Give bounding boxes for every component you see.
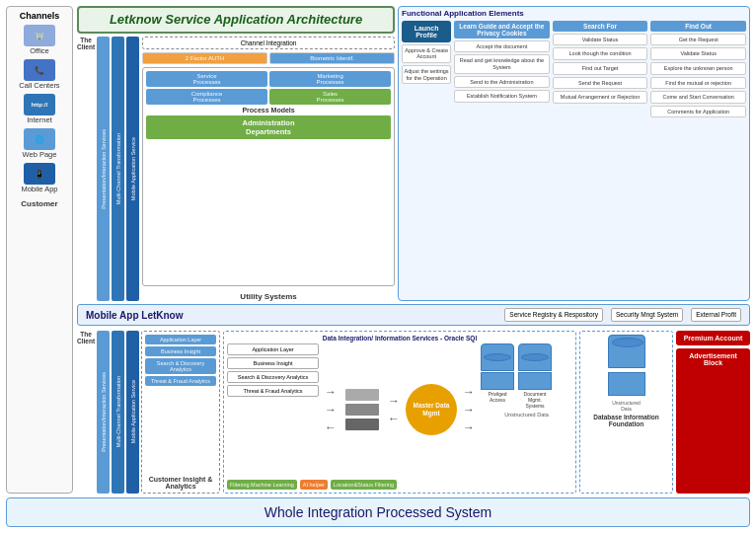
internet-label: Internet [27,115,51,124]
arrow2: → [325,403,337,417]
approve-item: Approve & Create Account [402,44,451,63]
bar-multichannel: Multi-Channel Transformation [112,37,124,302]
channels-column: Channels 🏢 Office 📞 Call Centers http://… [6,6,73,494]
functional-title: Functional Application Elements [402,10,746,19]
validate-status2: Validate Status [650,47,746,60]
call-centers-label: Call Centers [19,81,59,90]
di-app-layer: Application Layer [227,343,319,355]
bar-presentation-bot: Presentation/Interaction Services [97,331,110,494]
db-cylinders-row: PrivilgedAccess DocumentMgmt.Systems [481,343,572,409]
stack1 [345,389,379,401]
db-foundation-box: UnstructuredData Database Information Fo… [579,331,673,494]
auth-bio-row: 2 Factor AUTH Biometric Identif. [142,52,395,64]
arrow8: → [463,420,475,434]
channels-title: Channels [20,11,60,21]
find-out-header: Find Out [650,21,746,32]
bar-multichannel-label: Multi-Channel Transformation [115,133,121,204]
master-data-wrapper: Master Data Mgmt [406,343,457,476]
premium-col: Premium Account Advertisement Block [676,331,750,494]
processes-grid: ServiceProcesses MarketingProcesses Comp… [146,71,391,105]
arch-left: Letknow Service Application Architecture… [77,6,395,301]
title-box: Letknow Service Application Architecture [77,6,395,34]
customer-label: Customer [21,199,57,208]
channel-internet: http:// Internet [9,94,70,124]
admin-dept-box: Administration Departments [146,115,391,139]
ci-bars-wrapper: TheClient Presentation/Interaction Servi… [77,331,220,494]
arch-top: Letknow Service Application Architecture… [77,6,750,301]
channel-mobile-app: 📱 Mobile App [9,163,70,193]
priv-access-body [481,372,514,390]
sales-process: SalesProcesses [269,89,391,105]
vertical-bars: TheClient Presentation/Interaction Servi… [77,37,139,302]
send-request: Send the Request [553,77,648,90]
mutual-arr: Mutual Arrangement or Rejection [553,91,648,104]
customer-insight-col: Application Layer Business Insight Searc… [141,331,220,494]
di-content: Application Layer Business Insight Searc… [227,343,572,476]
arrows-col: → → ← [322,343,340,476]
threat-fraud: Threat & Fraud Analytics [145,376,216,386]
ai-box: AI helper [300,480,328,490]
main-container: Channels 🏢 Office 📞 Call Centers http://… [0,0,756,533]
the-client-bottom: TheClient [77,331,95,494]
compliance-process: ComplianceProcesses [146,89,267,105]
bar-multichannel-bot: Multi-Channel Transformation [112,331,124,494]
arch-center: Letknow Service Application Architecture… [77,6,750,494]
utility-label: Utility Systems [142,292,395,301]
doc-mgmt-body [518,372,552,390]
look-condition: Look though the condition [553,47,648,60]
top-area: Channels 🏢 Office 📞 Call Centers http://… [6,6,750,494]
doc-mgmt-label: DocumentMgmt.Systems [524,391,547,409]
mobile-app-label: Mobile App [21,185,57,193]
unstructured-label: Unstructured Data [481,412,572,418]
priv-access-db: PrivilgedAccess [481,343,514,409]
establish-notif: Establish Notification System [454,90,550,103]
find-target: Find out Target [553,62,648,75]
process-models-label: Process Models [146,107,391,114]
security-mgmt-box: Security Mngt System [611,308,683,322]
arrow7: → [463,403,475,417]
utility-right: Channel Integration 2 Factor AUTH Biomet… [142,37,395,302]
channel-integration-box: Channel Integration [142,37,395,49]
data-stacks [342,343,382,476]
departments-label: Departments [246,127,291,136]
di-search: Search & Discovery Analytics [227,371,319,383]
validate-status: Validate Status [553,34,648,46]
di-threat: Threat & Fraud Analytics [227,385,319,397]
utility-systems-area: TheClient Presentation/Interaction Servi… [77,37,395,302]
di-right: PrivilgedAccess DocumentMgmt.Systems [481,343,572,476]
bar-presentation-label: Presentation/Interaction Services [101,129,107,209]
channel-integration-label: Channel Integration [241,39,297,46]
bottom-banner: Whole Integration Processed System [6,497,750,527]
mobile-app-title: Mobile App LetKnow [86,310,496,321]
channel-web-page: 🌐 Web Page [9,128,70,159]
web-page-avatar: 🌐 [24,128,55,150]
db-foundation-title: Database Information Foundation [583,414,669,427]
external-profit-box: External Profit [691,308,741,322]
adjust-item: Adjust the settings for the Operation [402,65,451,84]
business-insight: Business Insight [145,346,216,356]
di-title: Data Integration/ Information Services -… [227,335,572,342]
read-knowledge: Read and get knowledge about the System [454,54,550,73]
get-request: Get the Request [650,34,746,46]
di-business: Business Insight [227,357,319,369]
come-start: Come and Start Conversation [650,91,746,104]
biometric-box: Biometric Identif. [269,52,395,64]
location-box: Location&Status Filtering [331,480,397,490]
marketing-process: MarketingProcesses [269,71,391,87]
data-integration-box: Data Integration/ Information Services -… [223,331,576,494]
search-for-header: Search For [553,21,648,32]
service-process: ServiceProcesses [146,71,267,87]
bar-mobile: Mobile Application Service [126,37,139,302]
call-centers-avatar: 📞 [24,59,55,81]
arrows-col3: → → → [460,343,478,476]
send-admin: Send to the Administration [454,76,550,89]
stack2 [345,404,379,416]
service-registry-box: Service Registry & Respository [504,308,603,322]
web-page-label: Web Page [23,150,57,159]
bar-mobile-bot: Mobile Application Service [126,331,139,494]
arrow4: → [388,394,400,408]
stack3 [345,419,379,430]
main-title: Letknow Service Application Architecture [87,12,385,28]
the-client-top: TheClient [77,37,95,302]
learn-guide-header: Learn Guide and Accept the Privacy Cooki… [454,21,550,38]
